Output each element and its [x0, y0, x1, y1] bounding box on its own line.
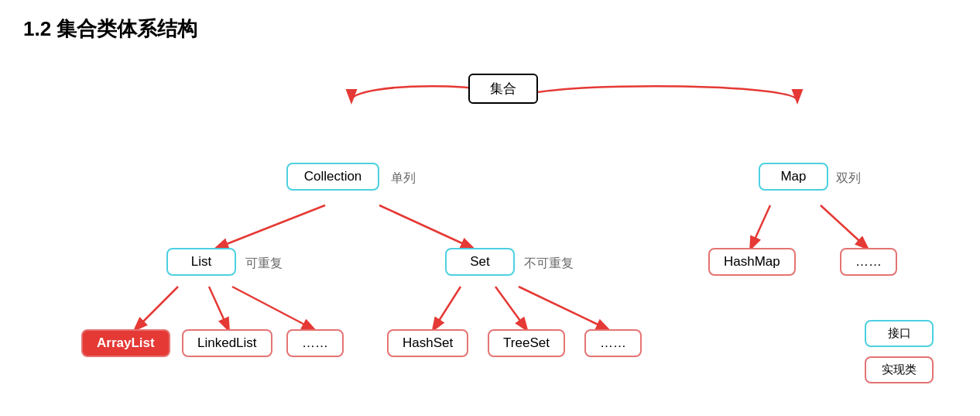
- node-map-etc: ……: [840, 248, 897, 276]
- node-root: 集合: [468, 74, 538, 104]
- diagram-area: 集合 Collection 单列 Map 双列 List 可重复 Set 不可重…: [23, 50, 957, 407]
- svg-line-8: [495, 287, 526, 329]
- svg-line-9: [519, 287, 608, 329]
- svg-line-7: [433, 287, 461, 329]
- svg-line-1: [379, 205, 472, 248]
- svg-line-4: [135, 287, 178, 329]
- label-collection-desc: 单列: [391, 170, 416, 187]
- svg-line-5: [209, 287, 228, 329]
- node-arraylist: ArrayList: [81, 329, 170, 357]
- node-set: Set: [445, 248, 515, 276]
- page-title: 1.2 集合类体系结构: [23, 15, 957, 43]
- svg-line-0: [217, 205, 325, 248]
- node-map: Map: [759, 163, 828, 191]
- node-list-etc: ……: [286, 329, 344, 357]
- node-linkedlist: LinkedList: [182, 329, 272, 357]
- legend-impl: 实现类: [865, 356, 934, 383]
- svg-line-3: [821, 205, 867, 248]
- legend-interface: 接口: [865, 320, 934, 347]
- label-set-desc: 不可重复: [524, 256, 574, 272]
- svg-line-6: [232, 287, 314, 329]
- node-set-etc: ……: [584, 329, 642, 357]
- svg-line-2: [751, 205, 770, 248]
- node-collection: Collection: [286, 163, 379, 191]
- page: 1.2 集合类体系结构: [0, 0, 980, 416]
- node-hashmap: HashMap: [708, 248, 796, 276]
- node-treeset: TreeSet: [488, 329, 565, 357]
- node-list: List: [166, 248, 236, 276]
- label-list-desc: 可重复: [245, 256, 283, 272]
- label-map-desc: 双列: [836, 170, 861, 187]
- legend: 接口 实现类: [865, 320, 934, 383]
- node-hashset: HashSet: [387, 329, 468, 357]
